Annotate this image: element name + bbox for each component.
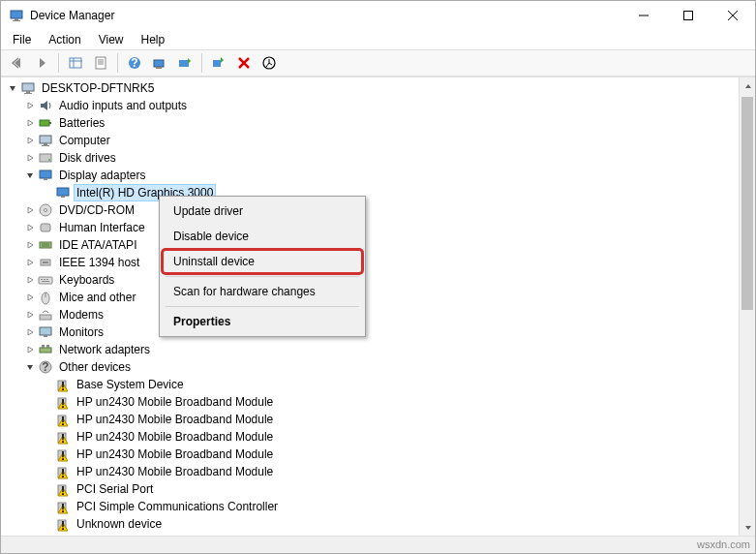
expand-arrow-icon — [40, 516, 55, 532]
tree-node[interactable]: !HP un2430 Mobile Broadband Module — [1, 428, 739, 446]
expand-arrow-icon[interactable] — [22, 115, 38, 131]
tree-node[interactable]: Keyboards — [1, 271, 739, 289]
maximize-button[interactable] — [666, 1, 711, 30]
tree-node-label: Ports (COM & LPT) — [57, 534, 162, 536]
toolbar-disable-button[interactable] — [257, 51, 281, 75]
tree-node[interactable]: Computer — [1, 132, 739, 149]
menu-action[interactable]: Action — [41, 31, 88, 48]
tree-node[interactable]: DESKTOP-DFTNRK5 — [1, 79, 739, 97]
warn-icon: ! — [55, 464, 71, 479]
tree-node[interactable]: !HP un2430 Mobile Broadband Module — [1, 393, 739, 411]
toolbar-uninstall-button[interactable] — [232, 51, 256, 75]
disk-icon — [38, 150, 53, 166]
toolbar-forward-button[interactable] — [30, 51, 53, 75]
tree-node[interactable]: IDE ATA/ATAPI — [1, 236, 739, 254]
expand-arrow-icon[interactable] — [22, 255, 38, 270]
tree-node[interactable]: IEEE 1394 host — [1, 254, 739, 271]
tree-node[interactable]: Monitors — [1, 323, 739, 341]
expand-arrow-icon[interactable] — [22, 342, 38, 357]
tree-node[interactable]: ?Other devices — [1, 358, 739, 376]
svg-text:?: ? — [131, 56, 137, 70]
expand-arrow-icon[interactable] — [22, 202, 38, 218]
tree-node[interactable]: !PCI Serial Port — [1, 480, 739, 498]
menubar: File Action View Help — [1, 30, 755, 49]
tree-node[interactable]: !HP un2430 Mobile Broadband Module — [1, 446, 739, 463]
menu-help[interactable]: Help — [134, 31, 173, 48]
expand-arrow-icon[interactable] — [22, 307, 38, 323]
collapse-arrow-icon[interactable] — [22, 168, 38, 183]
tree-node[interactable]: Ports (COM & LPT) — [1, 533, 739, 536]
ctx-disable-device[interactable]: Disable device — [162, 224, 363, 249]
tree-node[interactable]: Intel(R) HD Graphics 3000 — [1, 184, 739, 201]
expand-arrow-icon — [40, 377, 55, 392]
scroll-up-button[interactable] — [740, 77, 755, 94]
expand-arrow-icon[interactable] — [22, 98, 38, 113]
svg-rect-36 — [61, 196, 65, 198]
close-button[interactable] — [711, 1, 755, 30]
ctx-properties[interactable]: Properties — [162, 309, 363, 334]
tree-node[interactable]: !Base System Device — [1, 376, 739, 393]
tree-node[interactable]: Display adapters — [1, 167, 739, 184]
toolbar-scan-button[interactable] — [148, 51, 171, 75]
toolbar-update-button[interactable] — [173, 51, 197, 75]
tree-node[interactable]: Network adapters — [1, 341, 739, 358]
expand-arrow-icon[interactable] — [22, 237, 38, 253]
expand-arrow-icon[interactable] — [22, 272, 38, 288]
expand-arrow-icon[interactable] — [22, 150, 38, 166]
scroll-thumb[interactable] — [741, 97, 753, 310]
menu-view[interactable]: View — [91, 31, 132, 48]
collapse-arrow-icon[interactable] — [5, 80, 20, 96]
tree-node[interactable]: !Unknown device — [1, 515, 739, 533]
ctx-update-driver[interactable]: Update driver — [162, 199, 363, 224]
tree-node[interactable]: Batteries — [1, 114, 739, 132]
app-icon — [9, 8, 24, 23]
tree-node[interactable]: Human Interface — [1, 219, 739, 236]
expand-arrow-icon[interactable] — [22, 133, 38, 148]
tree-node[interactable]: !HP un2430 Mobile Broadband Module — [1, 411, 739, 428]
svg-rect-19 — [213, 60, 221, 67]
svg-rect-49 — [42, 281, 49, 282]
tree-node[interactable]: Disk drives — [1, 149, 739, 167]
minimize-button[interactable] — [621, 1, 666, 30]
tree-node-label: Keyboards — [57, 272, 116, 288]
toolbar-back-button[interactable] — [5, 51, 28, 75]
menu-file[interactable]: File — [5, 31, 39, 48]
watermark: wsxdn.com — [697, 539, 750, 550]
warn-icon: ! — [55, 499, 71, 514]
toolbar-enable-button[interactable] — [207, 51, 230, 75]
expand-arrow-icon[interactable] — [22, 324, 38, 340]
tree-node[interactable]: Audio inputs and outputs — [1, 97, 739, 114]
tree-node-label: Mice and other — [57, 290, 137, 305]
toolbar-properties-button[interactable] — [89, 51, 112, 75]
expand-arrow-icon[interactable] — [22, 534, 38, 536]
collapse-arrow-icon[interactable] — [22, 359, 38, 375]
ctx-uninstall-device[interactable]: Uninstall device — [162, 249, 363, 274]
context-menu: Update driver Disable device Uninstall d… — [159, 196, 366, 337]
warn-icon: ! — [55, 429, 71, 445]
svg-text:!: ! — [61, 397, 65, 410]
expand-arrow-icon[interactable] — [22, 220, 38, 235]
toolbar-help-button[interactable]: ? — [123, 51, 146, 75]
scroll-down-button[interactable] — [740, 519, 755, 536]
tree-node[interactable]: !PCI Simple Communications Controller — [1, 498, 739, 515]
svg-rect-2 — [13, 20, 20, 21]
window-controls — [621, 1, 755, 30]
tree-node[interactable]: Modems — [1, 306, 739, 323]
tree-node[interactable]: Mice and other — [1, 289, 739, 306]
modem-icon — [38, 307, 53, 323]
expand-arrow-icon[interactable] — [22, 290, 38, 305]
toolbar-show-hide-button[interactable] — [64, 51, 87, 75]
expand-arrow-icon — [40, 412, 55, 427]
titlebar[interactable]: Device Manager — [1, 1, 755, 30]
device-tree[interactable]: DESKTOP-DFTNRK5Audio inputs and outputsB… — [1, 77, 739, 536]
expand-arrow-icon — [40, 429, 55, 445]
svg-rect-35 — [57, 188, 69, 196]
warn-icon: ! — [55, 481, 71, 497]
vertical-scrollbar[interactable] — [739, 77, 755, 536]
statusbar — [1, 536, 755, 553]
tree-node[interactable]: !HP un2430 Mobile Broadband Module — [1, 463, 739, 480]
ctx-scan-hardware[interactable]: Scan for hardware changes — [162, 279, 363, 304]
tree-node[interactable]: DVD/CD-ROM — [1, 201, 739, 219]
ieee-icon — [38, 255, 53, 270]
tree-node-label: Disk drives — [57, 150, 118, 166]
